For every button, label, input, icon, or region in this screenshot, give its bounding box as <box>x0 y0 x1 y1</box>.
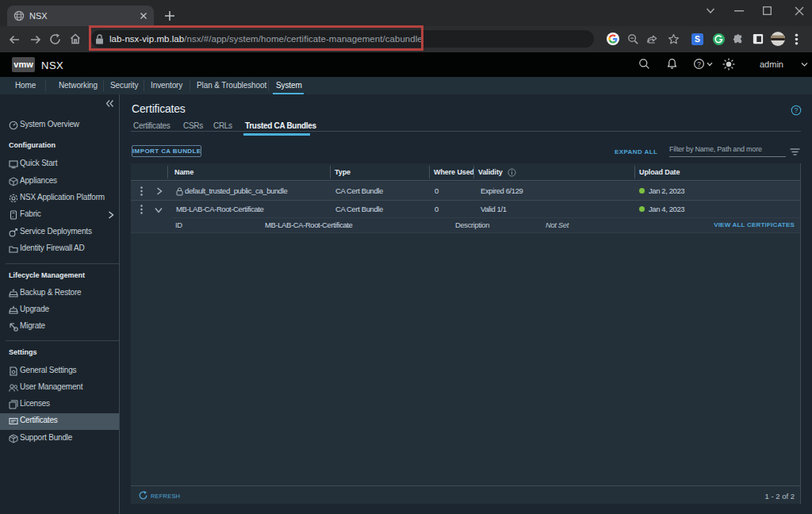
svg-text:?: ? <box>697 60 701 68</box>
svg-text:S: S <box>695 35 700 44</box>
svg-text:?: ? <box>795 106 799 114</box>
